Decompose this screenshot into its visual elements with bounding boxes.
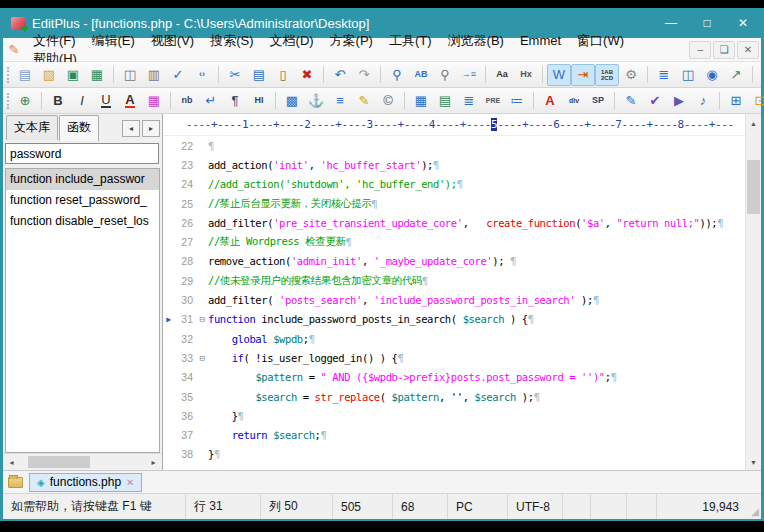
toggle-case-button[interactable]: Aa (490, 64, 514, 86)
vertical-scrollbar[interactable]: ▲ ▼ (745, 114, 761, 470)
document-tab-functions-php[interactable]: ◈ functions.php ✕ (29, 473, 142, 492)
split-window-button[interactable]: ◫ (676, 64, 700, 86)
preformatted-button[interactable]: PRE (481, 90, 505, 112)
preferences-button[interactable]: ⚙ (619, 64, 643, 86)
fold-marker-icon[interactable]: ⊟ (196, 314, 208, 324)
mdi-restore-button[interactable]: ❏ (713, 41, 735, 59)
special-character-button[interactable]: © (376, 90, 400, 112)
sidebar-horizontal-scrollbar[interactable]: ◂ ▸ (3, 453, 162, 470)
sidebar-tab-cliptext[interactable]: 文本库 (6, 115, 58, 140)
go-to-line-button[interactable]: →≡ (457, 64, 481, 86)
scroll-up-icon[interactable]: ▲ (746, 115, 761, 131)
table-button[interactable]: ▦ (409, 90, 433, 112)
insert-audio-icon: ♪ (700, 94, 707, 107)
context-help-button[interactable]: ? (757, 64, 764, 86)
view-in-browser-button[interactable]: ↗ (724, 64, 748, 86)
menu-edit[interactable]: 编辑(E) (84, 31, 143, 50)
heading-button[interactable]: HI (247, 90, 271, 112)
code-view[interactable]: 22¶23add_action('init', 'hc_buffer_start… (163, 136, 761, 470)
tab-close-icon[interactable]: ✕ (126, 477, 134, 488)
editor-area[interactable]: ----+----1----+----2----+----3----+----4… (163, 114, 761, 470)
syntax-check-button[interactable]: ✔ (643, 90, 667, 112)
replace-button[interactable]: AB (409, 64, 433, 86)
folder-icon[interactable] (8, 477, 23, 488)
menu-browser[interactable]: 浏览器(B) (440, 31, 512, 50)
menu-project[interactable]: 方案(P) (322, 31, 381, 50)
scrollbar-thumb[interactable] (28, 456, 90, 468)
insert-video-button[interactable]: ▶ (667, 90, 691, 112)
undo-button[interactable]: ↶ (328, 64, 352, 86)
auto-indent-button[interactable]: ⇥ (571, 64, 595, 86)
save-button[interactable]: ▣ (61, 64, 85, 86)
function-list[interactable]: function include_passworfunction reset_p… (5, 168, 160, 453)
edit-script-button[interactable]: ✎ (619, 90, 643, 112)
spell-check-button[interactable]: ✓ (166, 64, 190, 86)
paragraph-button[interactable]: ¶ (223, 90, 247, 112)
form-button[interactable]: ⊞ (724, 90, 748, 112)
underline-button[interactable]: U (94, 90, 118, 112)
color-picker-button[interactable]: ▦ (142, 90, 166, 112)
mdi-minimize-button[interactable]: ‒ (689, 41, 711, 59)
function-list-item[interactable]: function disable_reset_los (6, 211, 159, 232)
browser-window-button[interactable]: ◉ (700, 64, 724, 86)
insert-audio-button[interactable]: ♪ (691, 90, 715, 112)
mdi-close-button[interactable]: ✕ (737, 41, 759, 59)
fold-marker-icon[interactable]: ⊟ (196, 353, 208, 363)
scrollbar-track[interactable] (20, 454, 145, 470)
menu-document[interactable]: 文档(D) (262, 31, 322, 50)
save-all-button[interactable]: ▦ (85, 64, 109, 86)
word-wrap-button[interactable]: W (547, 64, 571, 86)
center-text-button[interactable]: ≣ (457, 90, 481, 112)
menu-file[interactable]: 文件(F) (25, 31, 84, 50)
bullet-list-button[interactable]: ≔ (505, 90, 529, 112)
tab-scroll-left-icon[interactable]: ◂ (122, 120, 140, 137)
menu-view[interactable]: 视图(V) (143, 31, 202, 50)
menu-tools[interactable]: 工具(T) (381, 31, 440, 50)
form-controls-button[interactable]: ⊡ (748, 90, 764, 112)
menu-window[interactable]: 窗口(W) (569, 31, 632, 50)
delete-button[interactable]: ✖ (295, 64, 319, 86)
document-list-button[interactable]: ≣ (652, 64, 676, 86)
non-breaking-space-button[interactable]: nb (175, 90, 199, 112)
scroll-right-icon[interactable]: ▸ (145, 454, 162, 470)
menu-emmet[interactable]: Emmet (512, 31, 569, 50)
function-list-item[interactable]: function reset_password_ (6, 190, 159, 211)
hex-viewer-button[interactable]: Hx (514, 64, 538, 86)
comment-note-button[interactable]: ✎ (352, 90, 376, 112)
function-search-input[interactable] (5, 143, 159, 164)
scroll-left-icon[interactable]: ◂ (3, 454, 20, 470)
insert-image-button[interactable]: ▩ (280, 90, 304, 112)
bold-button[interactable]: B (46, 90, 70, 112)
close-button[interactable]: ✕ (725, 8, 761, 38)
line-numbers-button[interactable]: 1AB 2CD (595, 64, 619, 86)
font-tag-button[interactable]: A (538, 90, 562, 112)
find-button[interactable]: ⚲ (385, 64, 409, 86)
print-preview-button[interactable]: ◫ (118, 64, 142, 86)
italic-button[interactable]: I (70, 90, 94, 112)
anchor-button[interactable]: ⚓ (304, 90, 328, 112)
new-file-button[interactable]: ▤ (13, 64, 37, 86)
font-color-button[interactable]: A (118, 90, 142, 112)
print-button[interactable]: ▥ (142, 64, 166, 86)
resize-grip-icon[interactable]: ◢ (747, 494, 761, 519)
tag-select-button[interactable]: ‹› (190, 64, 214, 86)
table-cell-button[interactable]: ▤ (433, 90, 457, 112)
cut-button[interactable]: ✂ (223, 64, 247, 86)
div-tag-button[interactable]: div (562, 90, 586, 112)
redo-button[interactable]: ↷ (352, 64, 376, 86)
sidebar-tab-functions[interactable]: 函数 (59, 115, 99, 141)
scroll-down-icon[interactable]: ▼ (746, 454, 761, 470)
maximize-button[interactable]: □ (689, 8, 725, 38)
menu-search[interactable]: 搜索(S) (202, 31, 261, 50)
scrollbar-thumb[interactable] (747, 160, 760, 214)
tab-scroll-right-icon[interactable]: ▸ (142, 120, 160, 137)
find-in-files-button[interactable]: ⚲ (433, 64, 457, 86)
copy-button[interactable]: ▤ (247, 64, 271, 86)
function-list-item[interactable]: function include_passwor (6, 169, 159, 190)
span-tag-button[interactable]: SP (586, 90, 610, 112)
browser-button[interactable]: ⊕ (13, 90, 37, 112)
open-file-button[interactable]: ▧ (37, 64, 61, 86)
paste-button[interactable]: ▯ (271, 64, 295, 86)
horizontal-rule-button[interactable]: ≡ (328, 90, 352, 112)
line-break-button[interactable]: ↵ (199, 90, 223, 112)
